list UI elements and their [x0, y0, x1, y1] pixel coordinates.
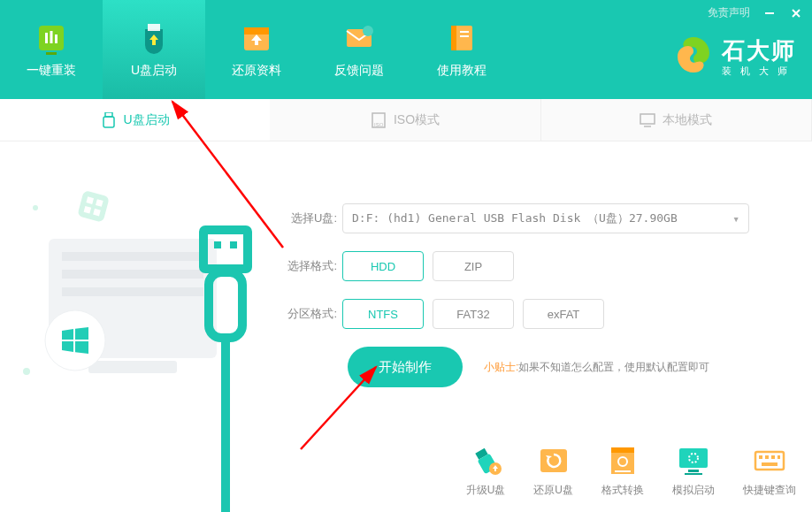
format-convert-icon	[606, 444, 640, 478]
tab-local-mode[interactable]: 本地模式	[541, 99, 812, 141]
tool-label: 升级U盘	[466, 483, 506, 498]
partition-option-fat32[interactable]: FAT32	[433, 299, 514, 329]
nav-label: 还原资料	[232, 63, 281, 79]
brand-name: 石大师	[722, 35, 796, 66]
nav-feedback[interactable]: 反馈问题	[308, 0, 410, 99]
svg-text:ISO: ISO	[374, 122, 384, 127]
svg-rect-46	[611, 447, 634, 453]
nav-label: 使用教程	[437, 63, 486, 79]
disk-select[interactable]: D:F: (hd1) General USB Flash Disk （U盘）27…	[342, 203, 749, 233]
svg-rect-23	[77, 190, 110, 223]
close-button[interactable]	[789, 6, 803, 20]
brand-subtitle: 装机大师	[722, 65, 796, 78]
usb-illustration	[0, 141, 274, 512]
tutorial-icon	[444, 20, 479, 56]
usb-boot-icon	[136, 20, 172, 56]
title-bar: 免责声明	[708, 5, 803, 20]
main-content: 选择U盘: D:F: (hd1) General USB Flash Disk …	[0, 141, 812, 512]
tab-usb-boot[interactable]: U盘启动	[0, 99, 270, 141]
nav-restore[interactable]: 还原资料	[205, 0, 308, 99]
brand-logo-icon	[672, 34, 715, 80]
nav-label: 反馈问题	[334, 63, 384, 79]
nav-tutorial[interactable]: 使用教程	[410, 0, 513, 99]
svg-rect-6	[55, 34, 57, 43]
svg-rect-8	[148, 24, 160, 31]
disk-value: D:F: (hd1) General USB Flash Disk （U盘）27…	[352, 210, 678, 226]
minimize-button[interactable]	[762, 6, 777, 20]
upgrade-usb-icon	[469, 444, 502, 478]
nav-usb-boot[interactable]: U盘启动	[103, 0, 205, 99]
tip-label: 小贴士:	[484, 361, 518, 373]
svg-point-39	[33, 205, 38, 210]
nav-reinstall[interactable]: 一键重装	[0, 0, 103, 99]
reinstall-icon	[34, 20, 69, 56]
partition-option-ntfs[interactable]: NTFS	[342, 299, 424, 329]
svg-rect-44	[540, 449, 567, 472]
svg-rect-35	[214, 241, 221, 248]
start-button[interactable]: 开始制作	[348, 347, 463, 387]
svg-rect-58	[762, 462, 778, 466]
svg-rect-30	[62, 270, 203, 279]
tool-simulate-boot[interactable]: 模拟启动	[672, 444, 715, 498]
tool-shortcut-lookup[interactable]: 快捷键查询	[743, 444, 796, 498]
svg-rect-14	[451, 26, 456, 50]
svg-rect-29	[62, 252, 203, 261]
svg-rect-7	[46, 52, 57, 55]
svg-rect-49	[679, 448, 708, 468]
app-header: 免责声明 一键重装 U盘启动 还原资料	[0, 0, 812, 99]
svg-rect-18	[103, 117, 114, 127]
mode-tabs: U盘启动 ISO ISO模式 本地模式	[0, 99, 812, 141]
tool-label: 快捷键查询	[743, 483, 796, 498]
tool-restore-usb[interactable]: 还原U盘	[533, 444, 573, 498]
keyboard-icon	[753, 444, 786, 478]
nav-label: U盘启动	[131, 63, 177, 79]
tool-format-convert[interactable]: 格式转换	[601, 444, 644, 498]
format-option-hdd[interactable]: HDD	[342, 251, 424, 281]
usb-icon	[101, 112, 117, 128]
caret-down-icon: ▾	[732, 212, 739, 225]
svg-rect-32	[88, 361, 177, 373]
svg-rect-56	[771, 455, 775, 459]
svg-rect-16	[460, 35, 469, 37]
tab-label: 本地模式	[663, 112, 712, 128]
format-label: 选择格式:	[279, 258, 342, 274]
config-form: 选择U盘: D:F: (hd1) General USB Flash Disk …	[279, 203, 794, 387]
svg-rect-31	[62, 287, 203, 296]
svg-point-33	[45, 310, 105, 371]
tab-iso-mode[interactable]: ISO ISO模式	[270, 99, 540, 141]
partition-option-exfat[interactable]: exFAT	[523, 299, 604, 329]
feedback-icon	[341, 20, 377, 56]
tab-label: U盘启动	[124, 112, 170, 128]
svg-point-12	[363, 26, 373, 36]
svg-rect-53	[755, 452, 784, 470]
nav-label: 一键重装	[27, 63, 76, 79]
svg-rect-5	[50, 31, 53, 43]
tip-text: 小贴士:如果不知道怎么配置，使用默认配置即可	[484, 360, 709, 375]
tool-label: 模拟启动	[672, 483, 715, 498]
svg-rect-54	[759, 455, 762, 459]
svg-rect-21	[640, 114, 655, 124]
restore-icon	[239, 20, 274, 56]
brand: 石大师 装机大师	[672, 34, 796, 80]
disk-label: 选择U盘:	[279, 210, 342, 226]
svg-rect-55	[765, 455, 769, 459]
simulate-boot-icon	[677, 444, 710, 478]
tool-label: 还原U盘	[533, 483, 573, 498]
disclaimer-link[interactable]: 免责声明	[708, 5, 750, 20]
iso-icon: ISO	[371, 112, 387, 128]
svg-rect-51	[688, 470, 699, 472]
tool-upgrade-usb[interactable]: 升级U盘	[466, 444, 506, 498]
tool-label: 格式转换	[601, 483, 644, 498]
format-option-zip[interactable]: ZIP	[433, 251, 514, 281]
monitor-icon	[640, 112, 655, 128]
svg-rect-4	[45, 33, 48, 43]
svg-rect-10	[244, 27, 269, 34]
svg-rect-57	[778, 455, 780, 459]
svg-rect-15	[460, 31, 469, 33]
svg-rect-52	[685, 473, 702, 475]
main-nav: 一键重装 U盘启动 还原资料 反馈问题 使用教程	[0, 0, 513, 99]
tab-label: ISO模式	[394, 112, 440, 128]
footer-tools: 升级U盘 还原U盘 格式转换 模拟启动 快捷键查询	[466, 444, 796, 498]
svg-rect-36	[230, 241, 237, 248]
partition-label: 分区格式:	[279, 306, 342, 322]
